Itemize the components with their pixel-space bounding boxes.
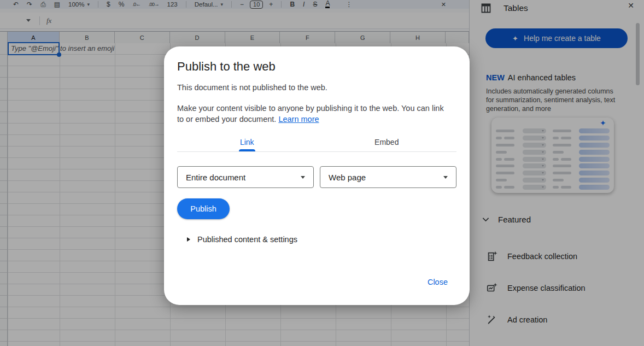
tab-link-label: Link — [240, 138, 254, 146]
tab-embed[interactable]: Embed — [317, 133, 457, 151]
format-dropdown-value: Web page — [329, 173, 366, 182]
publish-description: Make your content visible to anyone by p… — [177, 103, 452, 125]
app-root: ↶↷⎙▤100%▾$%.0←.00→123Defaul...▾−10+BISA⋮… — [0, 0, 644, 346]
tabs-divider — [177, 151, 456, 152]
close-dialog-link[interactable]: Close — [428, 278, 448, 286]
tab-link[interactable]: Link — [177, 133, 317, 151]
dialog-title: Publish to the web — [177, 60, 456, 74]
tab-embed-label: Embed — [374, 138, 399, 146]
published-content-settings-expander[interactable]: Published content & settings — [187, 235, 456, 244]
publish-dialog: Publish to the web This document is not … — [164, 46, 470, 305]
chevron-down-icon — [301, 176, 305, 179]
scope-dropdown-value: Entire document — [186, 173, 245, 182]
disclosure-label: Published content & settings — [197, 235, 297, 244]
publish-tabs: Link Embed — [177, 133, 456, 151]
active-tab-indicator — [239, 149, 255, 151]
disclosure-triangle-icon — [187, 237, 190, 242]
publish-button[interactable]: Publish — [177, 198, 230, 219]
publish-status-text: This document is not published to the we… — [177, 83, 456, 92]
scope-dropdown[interactable]: Entire document — [177, 166, 314, 188]
publish-options-row: Entire document Web page — [177, 166, 456, 188]
learn-more-link[interactable]: Learn more — [278, 115, 319, 124]
format-dropdown[interactable]: Web page — [320, 166, 456, 188]
chevron-down-icon — [443, 176, 448, 179]
